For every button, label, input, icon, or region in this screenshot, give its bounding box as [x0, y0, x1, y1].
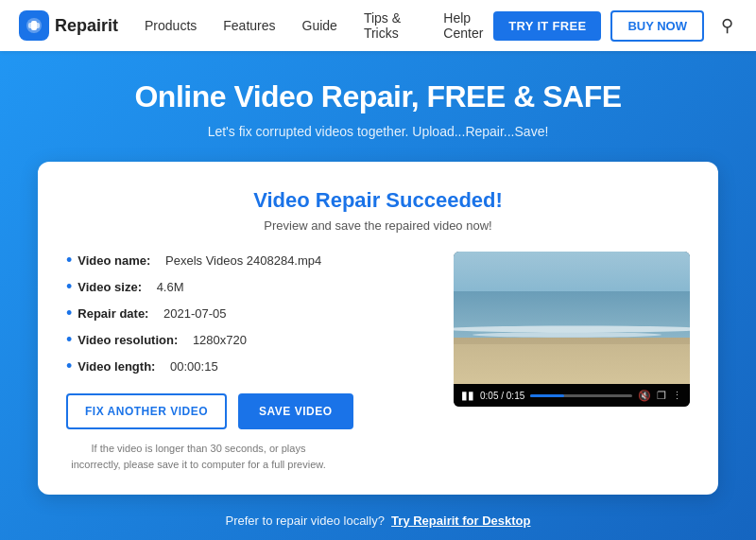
logo-text: Repairit [55, 16, 118, 36]
info-list: Video name: Pexels Videos 2408284.mp4 Vi… [66, 252, 431, 375]
logo[interactable]: Repairit [19, 10, 118, 41]
search-icon: ⚲ [721, 16, 733, 35]
info-date: Repair date: 2021-07-05 [66, 305, 431, 322]
repair-card: Video Repair Succeeded! Preview and save… [38, 162, 718, 495]
more-icon[interactable]: ⋮ [672, 390, 682, 402]
card-title: Video Repair Succeeded! [66, 188, 690, 213]
hero-title: Online Video Repair, FREE & SAFE [19, 79, 737, 114]
pause-icon[interactable]: ▮▮ [461, 389, 474, 402]
search-button[interactable]: ⚲ [717, 11, 737, 40]
video-controls: ▮▮ 0:05 / 0:15 🔇 ❐ ⋮ [454, 384, 690, 407]
info-size: Video size: 4.6M [66, 278, 431, 295]
card-note: If the video is longer than 30 seconds, … [66, 441, 331, 472]
navbar-actions: TRY IT FREE BUY NOW ⚲ [493, 10, 737, 42]
nav-products[interactable]: Products [145, 18, 197, 33]
video-time: 0:05 / 0:15 [480, 391, 524, 401]
hero-subtitle: Let's fix corrupted videos together. Upl… [19, 124, 737, 139]
fullscreen-icon[interactable]: ❐ [657, 390, 666, 402]
nav-tips[interactable]: Tips & Tricks [364, 10, 417, 41]
video-thumbnail [454, 252, 690, 384]
footer-text: Prefer to repair video locally? [226, 514, 385, 528]
footer-strip: Prefer to repair video locally? Try Repa… [19, 514, 737, 528]
hero-section: Online Video Repair, FREE & SAFE Let's f… [0, 51, 756, 540]
footer-link[interactable]: Try Repairit for Desktop [391, 514, 530, 528]
info-resolution: Video resolution: 1280x720 [66, 331, 431, 348]
nav-help[interactable]: Help Center [443, 10, 493, 41]
beach-sand-bg [454, 344, 690, 384]
nav-guide[interactable]: Guide [302, 18, 337, 33]
progress-fill [530, 394, 564, 397]
svg-rect-2 [28, 23, 40, 28]
try-free-button[interactable]: TRY IT FREE [493, 11, 601, 41]
save-video-button[interactable]: SAVE VIDEO [238, 393, 352, 429]
buy-now-button[interactable]: BUY NOW [610, 10, 704, 42]
navbar: Repairit Products Features Guide Tips & … [0, 0, 756, 51]
logo-icon [19, 10, 49, 41]
video-player[interactable]: ▮▮ 0:05 / 0:15 🔇 ❐ ⋮ [454, 252, 690, 407]
progress-bar[interactable] [530, 394, 632, 397]
nav-menu: Products Features Guide Tips & Tricks He… [145, 10, 493, 41]
volume-icon[interactable]: 🔇 [638, 390, 651, 402]
card-actions: FIX ANOTHER VIDEO SAVE VIDEO [66, 393, 431, 429]
info-name: Video name: Pexels Videos 2408284.mp4 [66, 252, 431, 269]
card-content: Video name: Pexels Videos 2408284.mp4 Vi… [66, 252, 690, 472]
info-length: Video length: 00:00:15 [66, 357, 431, 375]
card-subtitle: Preview and save the repaired video now! [66, 218, 690, 233]
fix-another-button[interactable]: FIX ANOTHER VIDEO [66, 393, 227, 429]
nav-features[interactable]: Features [223, 18, 275, 33]
video-info: Video name: Pexels Videos 2408284.mp4 Vi… [66, 252, 431, 472]
